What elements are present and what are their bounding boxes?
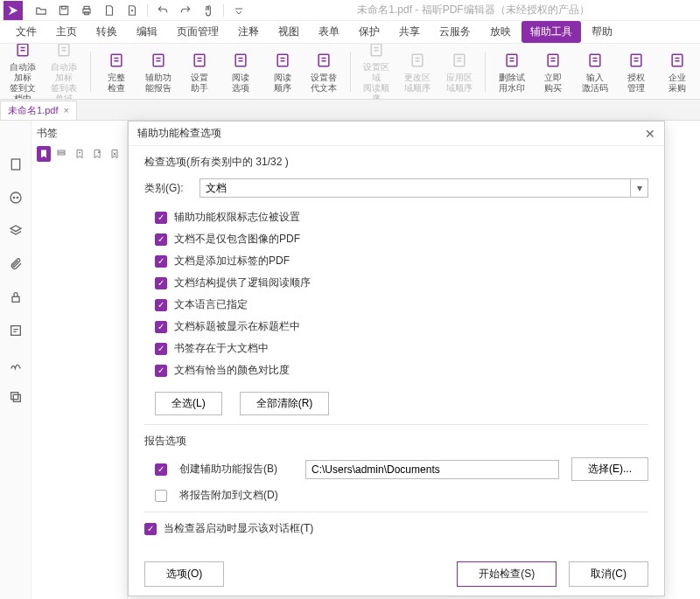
bookmark-add-icon[interactable] [72,146,86,162]
svg-rect-16 [507,54,517,66]
overlay-icon[interactable] [7,388,24,406]
doc-icon[interactable] [102,3,117,18]
dialog-close-icon[interactable]: ✕ [645,127,655,141]
undo-icon[interactable] [155,3,171,18]
ribbon-btn-2[interactable]: 完整检查 [101,50,131,94]
clear-all-button[interactable]: 全部清除(R) [240,392,330,415]
ribbon-btn-13[interactable]: 输入激活码 [579,50,610,94]
ribbon-btn-15[interactable]: 企业采购 [662,50,693,94]
open-icon[interactable] [33,3,49,18]
ribbon-icon-15 [668,50,686,71]
svg-rect-14 [413,54,424,66]
ribbon-btn-3[interactable]: 辅助功能报告 [143,50,173,94]
menu-item-6[interactable]: 视图 [270,21,308,43]
bookmark-list-icon[interactable] [54,146,68,162]
report-options-label: 报告选项 [144,434,648,449]
show-dialog-label: 当检查器启动时显示该对话框(T) [164,521,313,536]
ribbon-icon-4 [191,50,208,71]
ribbon-btn-5[interactable]: 阅读选项 [226,50,256,94]
close-tab-icon[interactable]: × [63,105,68,115]
app-logo [4,1,23,20]
check-checkbox-4[interactable]: ✓ [155,299,167,311]
save-icon[interactable] [56,3,72,18]
check-label-2: 文档是添加过标签的PDF [174,254,290,268]
check-item-2: ✓文档是添加过标签的PDF [155,254,648,268]
ribbon-btn-0[interactable]: 自动添加标签到文档中 [7,44,38,100]
layers-icon[interactable] [7,222,24,240]
check-label-0: 辅助功能权限标志位被设置 [174,210,300,225]
ribbon-btn-1: 自动添加标签到表单域 [48,44,79,100]
check-checkbox-0[interactable]: ✓ [155,212,167,224]
check-item-7: ✓文档有恰当的颜色对比度 [155,363,648,378]
menu-item-11[interactable]: 放映 [481,21,520,43]
hand-icon[interactable] [200,3,216,18]
print-icon[interactable] [79,3,94,18]
ribbon-icon-6 [274,50,291,71]
check-label-3: 文档结构提供了逻辑阅读顺序 [174,275,311,290]
dropdown-icon[interactable] [231,3,247,18]
attach-report-label: 将报告附加到文档(D) [179,488,278,503]
menu-item-12[interactable]: 辅助工具 [522,21,581,43]
redo-icon[interactable] [178,3,193,18]
options-button[interactable]: 选项(O) [144,561,224,587]
ribbon-btn-7[interactable]: 设置替代文本 [308,50,339,94]
menu-item-1[interactable]: 主页 [47,21,86,43]
document-tab[interactable]: 未命名1.pdf × [0,101,77,120]
svg-rect-0 [60,6,67,14]
menu-item-10[interactable]: 云服务 [430,21,480,43]
show-dialog-checkbox[interactable]: ✓ [144,523,157,535]
check-checkbox-1[interactable]: ✓ [155,233,167,246]
menu-item-2[interactable]: 转换 [88,21,126,43]
ribbon-icon-1 [55,44,73,60]
svg-rect-8 [153,54,164,66]
page-thumb-icon[interactable] [7,156,24,173]
ribbon-btn-6[interactable]: 阅读顺序 [267,50,298,94]
menu-item-3[interactable]: 编辑 [128,21,166,43]
ribbon-btn-14[interactable]: 授权管理 [620,50,651,94]
ribbon-btn-4[interactable]: 设置助手 [184,50,214,94]
doc-add-icon[interactable] [124,3,140,18]
bookmark-icon[interactable] [37,146,51,162]
svg-rect-15 [454,54,465,66]
bookmark-export-icon[interactable] [90,146,104,162]
ribbon-separator [485,52,486,92]
menu-item-13[interactable]: 帮助 [583,21,621,43]
menu-item-4[interactable]: 页面管理 [168,21,228,43]
menu-item-8[interactable]: 保护 [350,21,388,43]
check-checkbox-7[interactable]: ✓ [155,365,167,377]
security-icon[interactable] [7,289,24,306]
sign-icon[interactable] [7,355,24,373]
menu-item-9[interactable]: 共享 [390,21,429,43]
comment-icon[interactable] [7,189,24,206]
dialog-title: 辅助功能检查选项 [137,126,221,141]
ribbon-btn-12[interactable]: 立即购买 [538,50,569,94]
fields-icon[interactable] [7,322,24,339]
check-options-label: 检查选项(所有类别中的 31/32 ) [144,155,648,170]
category-dropdown-icon[interactable]: ▾ [631,178,648,198]
ribbon-icon-10 [451,50,468,71]
start-check-button[interactable]: 开始检查(S) [457,561,556,587]
menu-item-5[interactable]: 注释 [229,21,268,43]
menu-item-0[interactable]: 文件 [7,21,46,43]
check-checkbox-3[interactable]: ✓ [155,277,167,289]
category-input[interactable] [200,178,631,198]
ribbon-icon-8 [368,44,385,60]
check-checkbox-5[interactable]: ✓ [155,321,167,333]
ribbon-icon-5 [232,50,249,71]
check-checkbox-2[interactable]: ✓ [155,255,167,268]
check-checkbox-6[interactable]: ✓ [155,343,167,355]
svg-rect-5 [18,44,28,55]
bookmark-del-icon[interactable] [108,146,122,162]
select-all-button[interactable]: 全选(L) [155,392,222,415]
report-path-input[interactable] [305,460,559,479]
svg-rect-30 [58,153,65,155]
browse-button[interactable]: 选择(E)... [571,457,648,481]
cancel-button[interactable]: 取消(C) [569,561,648,587]
attach-report-checkbox[interactable]: ✓ [155,490,167,502]
svg-rect-3 [84,6,89,9]
ribbon-separator [90,52,91,92]
create-report-checkbox[interactable]: ✓ [155,463,167,476]
menu-item-7[interactable]: 表单 [310,21,348,43]
ribbon-btn-11[interactable]: 删除试用水印 [496,50,527,94]
attachment-icon[interactable] [7,255,24,273]
